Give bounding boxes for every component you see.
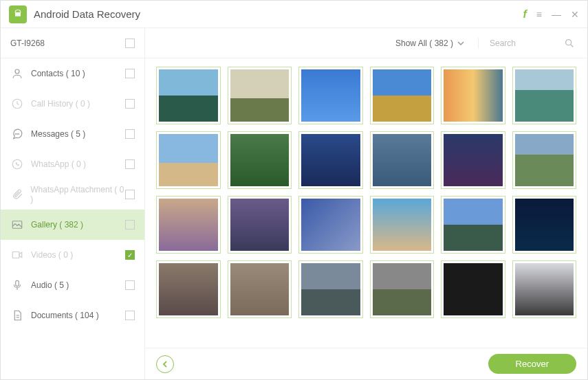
thumbnail-image — [515, 69, 574, 122]
app-logo-icon — [9, 5, 27, 23]
thumbnail[interactable] — [228, 67, 292, 124]
app-title: Android Data Recovery — [34, 8, 140, 20]
whatsapp-icon — [10, 158, 24, 170]
back-button[interactable] — [156, 355, 174, 373]
sidebar-item-whatsappatt[interactable]: WhatsApp Attachment ( 0 ) — [1, 179, 144, 210]
svg-point-1 — [15, 69, 19, 74]
thumbnail[interactable] — [370, 131, 435, 189]
thumbnail[interactable] — [370, 67, 435, 124]
thumbnail-image — [444, 199, 503, 251]
category-checkbox[interactable] — [125, 250, 135, 260]
image-icon — [10, 219, 24, 231]
thumbnail[interactable] — [156, 67, 221, 124]
thumbnail-image — [159, 134, 218, 186]
thumbnail-image — [373, 199, 432, 251]
sidebar-item-documents[interactable]: Documents ( 104 ) — [1, 300, 144, 331]
svg-point-5 — [19, 134, 19, 135]
category-checkbox[interactable] — [125, 159, 135, 169]
recover-button[interactable]: Recover — [488, 354, 576, 374]
svg-rect-9 — [16, 280, 19, 286]
sidebar-item-label: WhatsApp Attachment ( 0 ) — [30, 185, 125, 204]
thumbnail[interactable] — [156, 260, 221, 318]
thumbnail-image — [159, 199, 218, 251]
thumbnail-image — [444, 69, 503, 122]
filter-label: Show All ( 382 ) — [395, 38, 453, 48]
sidebar-item-contacts[interactable]: Contacts ( 10 ) — [1, 58, 144, 89]
sidebar-item-gallery[interactable]: Gallery ( 382 ) — [1, 210, 144, 240]
search-icon[interactable] — [564, 38, 575, 49]
thumbnail[interactable] — [512, 260, 577, 318]
category-checkbox[interactable] — [125, 280, 135, 290]
thumbnail[interactable] — [228, 196, 292, 254]
sidebar-item-label: Contacts ( 10 ) — [31, 69, 85, 78]
sidebar-item-videos[interactable]: Videos ( 0 ) — [1, 240, 144, 270]
thumbnail[interactable] — [370, 196, 435, 254]
thumbnail-image — [373, 263, 432, 315]
thumbnail[interactable] — [512, 67, 577, 124]
thumbnail[interactable] — [441, 67, 505, 124]
thumbnail[interactable] — [298, 131, 363, 189]
thumbnail[interactable] — [156, 131, 221, 189]
mic-icon — [10, 279, 24, 291]
device-checkbox[interactable] — [125, 38, 135, 48]
svg-point-10 — [566, 39, 571, 45]
clock-icon — [10, 98, 24, 110]
sidebar-item-label: Call History ( 0 ) — [31, 99, 90, 109]
menu-icon[interactable]: ≡ — [536, 9, 542, 20]
svg-rect-0 — [15, 12, 21, 16]
thumbnail-image — [444, 263, 503, 315]
thumbnail-image — [230, 69, 290, 122]
share-icon[interactable]: f — [523, 8, 527, 21]
sidebar-item-messages[interactable]: Messages ( 5 ) — [1, 119, 144, 149]
toolbar: Show All ( 382 ) — [145, 28, 587, 58]
sidebar-item-label: WhatsApp ( 0 ) — [31, 159, 86, 169]
thumbnail[interactable] — [370, 260, 435, 318]
thumbnail-image — [515, 134, 574, 186]
category-checkbox[interactable] — [125, 129, 135, 139]
thumbnail-image — [301, 69, 360, 122]
thumbnail[interactable] — [228, 131, 292, 189]
thumbnail[interactable] — [441, 260, 505, 318]
svg-point-3 — [15, 134, 16, 135]
device-row[interactable]: GT-I9268 — [1, 28, 144, 58]
thumbnail[interactable] — [298, 260, 363, 318]
category-checkbox[interactable] — [125, 69, 135, 78]
thumbnail[interactable] — [512, 196, 577, 254]
thumbnail[interactable] — [156, 196, 221, 254]
category-checkbox[interactable] — [125, 311, 135, 320]
attach-icon — [10, 188, 23, 201]
thumbnail[interactable] — [512, 131, 577, 189]
thumbnail-image — [515, 263, 574, 315]
sidebar-item-whatsapp[interactable]: WhatsApp ( 0 ) — [1, 149, 144, 179]
sidebar-item-label: Audio ( 5 ) — [31, 280, 69, 290]
device-name: GT-I9268 — [10, 38, 45, 48]
user-icon — [10, 67, 24, 80]
sidebar-item-callhistory[interactable]: Call History ( 0 ) — [1, 89, 144, 119]
close-icon[interactable]: ✕ — [571, 9, 579, 20]
thumbnail[interactable] — [228, 260, 292, 318]
thumbnail[interactable] — [441, 196, 505, 254]
thumbnail-area — [145, 58, 587, 348]
sidebar-item-label: Gallery ( 382 ) — [31, 220, 83, 230]
filter-dropdown[interactable]: Show All ( 382 ) — [395, 38, 464, 48]
svg-rect-8 — [12, 252, 19, 258]
category-list: Contacts ( 10 )Call History ( 0 )Message… — [1, 58, 144, 379]
minimize-icon[interactable]: — — [552, 9, 561, 20]
sidebar-item-label: Messages ( 5 ) — [31, 129, 85, 139]
search-input[interactable] — [490, 38, 558, 48]
category-checkbox[interactable] — [125, 190, 135, 199]
search-box — [478, 38, 575, 49]
sidebar-item-label: Documents ( 104 ) — [31, 311, 99, 320]
sidebar-item-audio[interactable]: Audio ( 5 ) — [1, 270, 144, 300]
category-checkbox[interactable] — [125, 220, 135, 230]
thumbnail[interactable] — [298, 67, 363, 124]
thumbnail-image — [230, 134, 290, 186]
window-controls: f ≡ — ✕ — [523, 8, 580, 21]
chevron-left-icon — [162, 361, 168, 368]
thumbnail[interactable] — [298, 196, 363, 254]
thumbnail[interactable] — [441, 131, 505, 189]
thumbnail-image — [301, 134, 360, 186]
titlebar: Android Data Recovery f ≡ — ✕ — [1, 1, 587, 28]
category-checkbox[interactable] — [125, 99, 135, 109]
thumbnail-image — [373, 69, 432, 122]
